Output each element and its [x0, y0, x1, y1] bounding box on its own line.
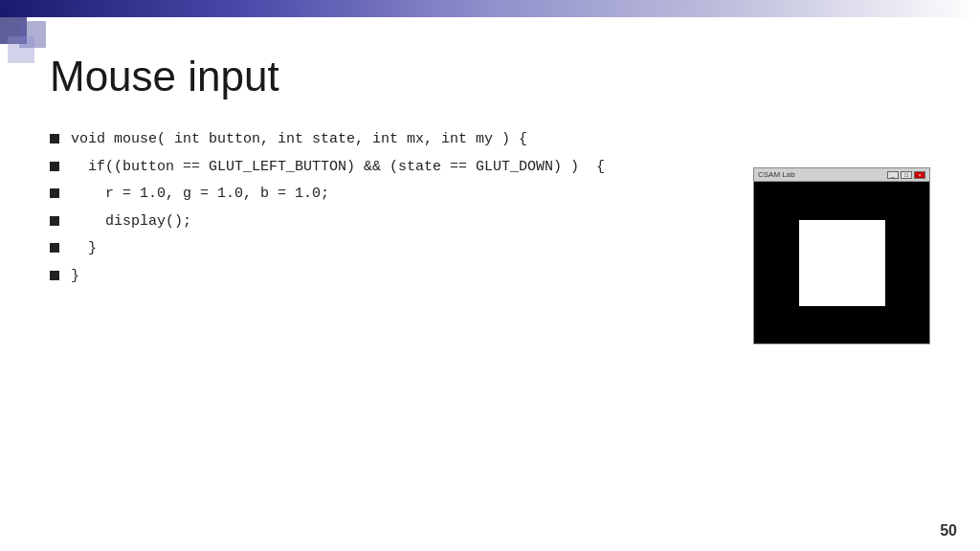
slide-title: Mouse input [50, 53, 930, 100]
bullet-icon [50, 188, 59, 198]
page-number: 50 [940, 522, 957, 540]
maximize-button[interactable]: □ [901, 171, 912, 179]
code-line-1: void mouse( int button, int state, int m… [71, 129, 527, 151]
bullet-icon [50, 216, 59, 226]
bullet-icon [50, 134, 59, 143]
titlebar-buttons: _ □ × [887, 171, 925, 179]
minimize-button[interactable]: _ [887, 171, 899, 179]
screenshot-canvas [754, 182, 929, 343]
screenshot-container: CSAM Lab _ □ × [753, 167, 930, 344]
list-item: void mouse( int button, int state, int m… [50, 129, 930, 151]
bullet-icon [50, 271, 59, 280]
bullet-icon [50, 162, 59, 171]
deco-square-3 [8, 36, 34, 63]
top-bar [0, 0, 980, 17]
close-button[interactable]: × [914, 171, 925, 179]
screenshot-window: CSAM Lab _ □ × [753, 167, 930, 344]
code-line-3: r = 1.0, g = 1.0, b = 1.0; [71, 184, 329, 206]
top-left-decoration [0, 17, 57, 65]
code-line-6: } [71, 266, 79, 288]
bullet-icon [50, 243, 59, 253]
code-line-2: if((button == GLUT_LEFT_BUTTON) && (stat… [71, 157, 605, 179]
screenshot-titlebar: CSAM Lab _ □ × [754, 168, 929, 182]
slide-content: Mouse input void mouse( int button, int … [50, 53, 930, 513]
white-square [799, 220, 885, 306]
titlebar-title: CSAM Lab [758, 170, 795, 179]
code-line-4: display(); [71, 211, 191, 233]
code-line-5: } [71, 238, 97, 260]
